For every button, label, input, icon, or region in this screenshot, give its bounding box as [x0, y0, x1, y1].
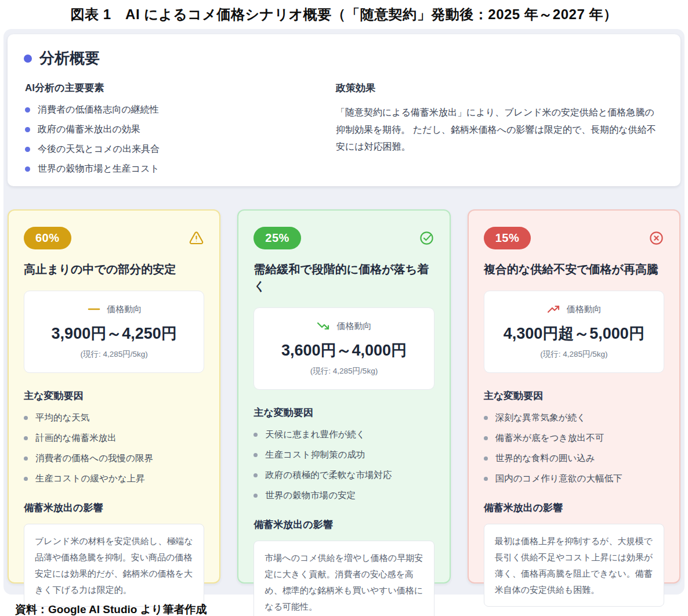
list-item: 政府の積極的で柔軟な市場対応 — [254, 469, 434, 481]
bullet-dot-icon — [254, 453, 258, 457]
list-item: 生産コスト抑制策の成功 — [254, 449, 434, 461]
list-item: 政府の備蓄米放出の効果 — [25, 124, 331, 136]
policy-effect-column: 政策効果 「随意契約による備蓄米放出」により、ブレンド米の安定供給と価格急騰の抑… — [331, 81, 664, 183]
bullet-dot-icon — [24, 436, 28, 440]
bullet-dot-icon — [484, 436, 488, 440]
current-price: (現行: 4,285円/5kg) — [490, 349, 658, 360]
price-box: 価格動向 3,900円～4,250円 (現行: 4,285円/5kg) — [24, 291, 204, 373]
trend-down-icon — [316, 320, 331, 332]
bullet-dot-icon — [25, 147, 30, 152]
price-range: 3,900円～4,250円 — [30, 323, 198, 344]
bullet-dot-icon — [254, 473, 258, 477]
impact-heading: 備蓄米放出の影響 — [24, 501, 204, 514]
price-range: 3,600円～4,000円 — [260, 340, 428, 361]
price-trend-label: 価格動向 — [336, 321, 371, 332]
scenario-title: 複合的な供給不安で価格が再高騰 — [484, 261, 664, 278]
impact-text-box: 市場へのコメ供給を増やし価格の早期安定に大きく貢献。消費者の安心感を高め、標準的… — [254, 541, 434, 616]
current-price: (現行: 4,285円/5kg) — [260, 366, 428, 376]
list-item: 備蓄米が底をつき放出不可 — [484, 432, 664, 444]
impact-text-box: ブレンド米の材料を安定供給し、極端な品薄や価格急騰を抑制。安い商品の価格安定には… — [24, 524, 204, 607]
ai-factors-column: AI分析の主要要素 消費者の低価格志向の継続性 政府の備蓄米放出の効果 今後の天… — [24, 81, 331, 183]
list-item-label: 備蓄米が底をつき放出不可 — [495, 432, 604, 444]
list-item: 国内のコメ作り意欲の大幅低下 — [484, 473, 664, 485]
price-trend-label: 価格動向 — [567, 304, 602, 315]
bullet-dot-icon — [25, 127, 30, 132]
overview-header: 分析概要 — [24, 48, 664, 68]
scenario-card-stable-high: 60% 高止まりの中での部分的安定 価格動向 3,900円～4,250円 (現行… — [8, 209, 220, 584]
scenario-card-price-settles: 25% 需給緩和で段階的に価格が落ち着く 価格動向 3,600円～4,000円 … — [237, 209, 450, 584]
price-box: 価格動向 3,600円～4,000円 (現行: 4,285円/5kg) — [254, 307, 434, 390]
bullet-dot-icon — [484, 416, 488, 420]
factors-list: 深刻な異常気象が続く 備蓄米が底をつき放出不可 世界的な食料の囲い込み 国内のコ… — [484, 412, 664, 485]
scenario-title: 需給緩和で段階的に価格が落ち着く — [254, 261, 434, 295]
overview-card: 分析概要 AI分析の主要要素 消費者の低価格志向の継続性 政府の備蓄米放出の効果… — [8, 34, 680, 186]
trend-up-icon — [546, 303, 562, 316]
price-trend-label: 価格動向 — [107, 304, 142, 315]
ai-factors-heading: AI分析の主要要素 — [25, 81, 331, 95]
list-item-label: 深刻な異常気象が続く — [495, 412, 586, 424]
list-item: 世界の穀物市場の安定 — [254, 490, 434, 502]
bullet-dot-icon — [254, 494, 258, 498]
overview-title: 分析概要 — [39, 48, 100, 68]
list-item-label: 世界の穀物市場の安定 — [265, 490, 356, 502]
card-header: 15% — [484, 226, 664, 250]
list-item-label: 消費者の低価格志向の継続性 — [38, 104, 159, 116]
list-item-label: 国内のコメ作り意欲の大幅低下 — [495, 473, 622, 485]
bullet-dot-icon — [25, 107, 30, 113]
probability-badge: 60% — [24, 227, 71, 249]
bullet-dot-icon — [24, 416, 28, 420]
impact-text-box: 最初は価格上昇を抑制するが、大規模で長引く供給不足やコスト上昇には効果が薄く、価… — [484, 524, 664, 607]
list-item-label: 生産コスト抑制策の成功 — [265, 449, 365, 461]
card-header: 60% — [24, 226, 204, 250]
ai-factors-list: 消費者の低価格志向の継続性 政府の備蓄米放出の効果 今後の天気とコメの出来具合 … — [25, 104, 331, 175]
list-item-label: 政府の積極的で柔軟な市場対応 — [265, 469, 392, 481]
price-range: 4,300円超～5,000円 — [490, 323, 658, 344]
analysis-board: 分析概要 AI分析の主要要素 消費者の低価格志向の継続性 政府の備蓄米放出の効果… — [3, 29, 685, 595]
scenario-cards-row: 60% 高止まりの中での部分的安定 価格動向 3,900円～4,250円 (現行… — [8, 209, 680, 584]
list-item: 消費者の低価格志向の継続性 — [25, 104, 331, 116]
factors-heading: 主な変動要因 — [24, 389, 204, 403]
current-price: (現行: 4,285円/5kg) — [30, 349, 198, 360]
price-box: 価格動向 4,300円超～5,000円 (現行: 4,285円/5kg) — [484, 291, 664, 373]
figure-title: 図表 1 AI によるコメ価格シナリオ概要（「随意契約」発動後：2025 年～2… — [0, 0, 688, 28]
warning-triangle-icon — [189, 230, 204, 246]
probability-badge: 25% — [254, 227, 301, 249]
factors-list: 平均的な天気 計画的な備蓄米放出 消費者の価格への我慢の限界 生産コストの緩やか… — [24, 412, 204, 485]
list-item-label: 消費者の価格への我慢の限界 — [35, 452, 153, 465]
check-circle-icon — [419, 230, 434, 246]
scenario-card-price-surge: 15% 複合的な供給不安で価格が再高騰 価格動向 4,300円超～5,000円 … — [468, 209, 680, 584]
factors-heading: 主な変動要因 — [254, 406, 434, 419]
bullet-dot-icon — [484, 456, 488, 461]
bullet-dot-icon — [254, 433, 258, 437]
overview-columns: AI分析の主要要素 消費者の低価格志向の継続性 政府の備蓄米放出の効果 今後の天… — [24, 81, 664, 183]
factors-list: 天候に恵まれ豊作が続く 生産コスト抑制策の成功 政府の積極的で柔軟な市場対応 世… — [254, 429, 434, 502]
card-header: 25% — [254, 226, 434, 250]
list-item: 深刻な異常気象が続く — [484, 412, 664, 424]
list-item: 平均的な天気 — [24, 412, 204, 424]
trend-flat-icon — [86, 303, 102, 316]
price-trend-row: 価格動向 — [490, 303, 658, 316]
list-item-label: 平均的な天気 — [35, 412, 89, 424]
list-item-label: 政府の備蓄米放出の効果 — [38, 124, 140, 136]
list-item-label: 計画的な備蓄米放出 — [35, 432, 117, 444]
impact-heading: 備蓄米放出の影響 — [484, 501, 664, 514]
price-trend-row: 価格動向 — [260, 320, 428, 332]
bullet-dot-icon — [24, 456, 28, 461]
list-item-label: 天候に恵まれ豊作が続く — [265, 429, 365, 441]
list-item-label: 世界の穀物市場と生産コスト — [38, 163, 160, 175]
list-item: 世界的な食料の囲い込み — [484, 452, 664, 465]
bullet-dot-icon — [24, 55, 32, 63]
probability-badge: 15% — [484, 227, 531, 249]
price-trend-row: 価格動向 — [30, 303, 198, 316]
scenario-title: 高止まりの中での部分的安定 — [24, 261, 204, 278]
list-item-label: 生産コストの緩やかな上昇 — [35, 473, 145, 485]
bullet-dot-icon — [24, 477, 28, 481]
policy-effect-text: 「随意契約による備蓄米放出」により、ブレンド米の安定供給と価格急騰の抑制効果を期… — [336, 104, 661, 155]
list-item: 計画的な備蓄米放出 — [24, 432, 204, 444]
list-item: 消費者の価格への我慢の限界 — [24, 452, 204, 465]
policy-effect-heading: 政策効果 — [336, 81, 661, 95]
impact-heading: 備蓄米放出の影響 — [254, 518, 434, 531]
bullet-dot-icon — [25, 166, 30, 172]
list-item: 世界の穀物市場と生産コスト — [25, 163, 331, 175]
list-item: 天候に恵まれ豊作が続く — [254, 429, 434, 441]
